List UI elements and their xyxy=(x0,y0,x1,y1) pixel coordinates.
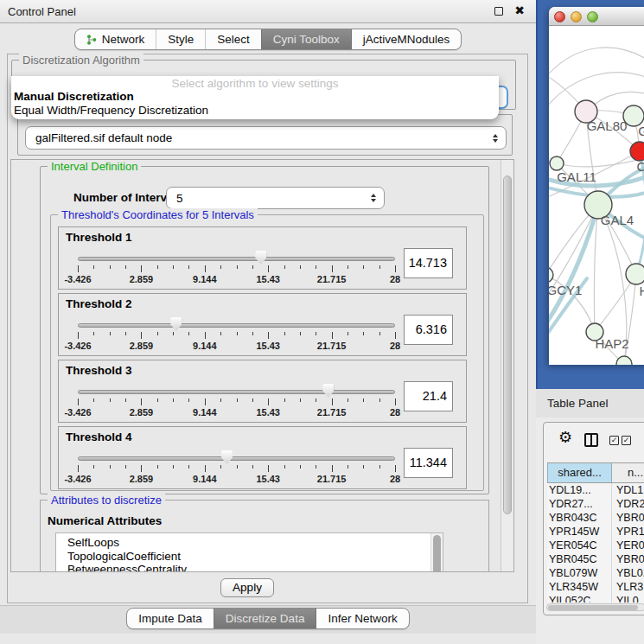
thresholds-group-label: Threshold's Coordinates for 5 Intervals xyxy=(58,208,258,221)
dropdown-item-manual-discretization[interactable]: Manual Discretization xyxy=(14,90,134,103)
network-canvas[interactable]: GAL80GACGAL11GAL4GCY1HHAP2 xyxy=(549,26,644,365)
tab-select[interactable]: Select xyxy=(205,29,261,49)
cell-shared-name: YPR145W xyxy=(547,525,612,539)
table-row[interactable]: YBL079WYBL0... xyxy=(547,566,644,580)
threshold-slider[interactable]: -3.4262.8599.14415.4321.71528 xyxy=(78,250,395,288)
slider-scale-labels: -3.4262.8599.14415.4321.71528 xyxy=(78,407,395,418)
table-row[interactable]: YER054CYER0... xyxy=(547,539,644,552)
tab-impute-data[interactable]: Impute Data xyxy=(127,609,214,628)
threshold-value-field[interactable]: 21.4 xyxy=(404,381,453,411)
network-node[interactable] xyxy=(630,142,644,161)
threshold-value-field[interactable]: 6.316 xyxy=(404,315,453,345)
network-edge xyxy=(549,205,598,327)
table-row[interactable]: YDR27...YDR2... xyxy=(547,497,644,511)
table-row[interactable]: YBR045CYBR0... xyxy=(547,552,644,566)
cell-name: YBR0... xyxy=(612,511,644,525)
threshold-panel-1: Threshold 1-3.4262.8599.14415.4321.71528… xyxy=(58,226,467,290)
threshold-label: Threshold 2 xyxy=(66,297,132,310)
cell-name: YPR1... xyxy=(612,525,644,539)
list-item-selfloops[interactable]: SelfLoops xyxy=(56,536,443,550)
tab-label: Impute Data xyxy=(138,609,202,629)
threshold-value-field[interactable]: 11.344 xyxy=(404,448,453,478)
network-window[interactable]: GAL80GACGAL11GAL4GCY1HHAP2 xyxy=(549,7,644,365)
cell-name: YIL0... xyxy=(612,594,644,603)
network-node[interactable] xyxy=(616,356,632,365)
vertical-scrollbar[interactable] xyxy=(501,160,513,571)
cell-name: YDL1... xyxy=(612,483,644,497)
close-traffic-light-icon[interactable] xyxy=(554,11,565,22)
minimize-traffic-light-icon[interactable] xyxy=(571,11,582,22)
slider-thumb[interactable] xyxy=(255,251,266,265)
threshold-slider[interactable]: -3.4262.8599.14415.4321.71528 xyxy=(78,316,395,354)
checkbox-icon[interactable]: ✓ xyxy=(609,436,619,445)
slider-ticks xyxy=(78,332,395,340)
horizontal-scrollbar[interactable] xyxy=(546,603,644,611)
tab-discretize-data[interactable]: Discretize Data xyxy=(214,609,316,628)
tab-network[interactable]: Network xyxy=(75,29,156,49)
node-label-gcy1: GCY1 xyxy=(549,283,582,297)
algorithm-dropdown-popup: Select algorithm to view settings Manual… xyxy=(11,76,499,119)
node-label-gal4: GAL4 xyxy=(601,213,634,227)
tab-infer-network[interactable]: Infer Network xyxy=(316,609,408,628)
tab-label: Select xyxy=(217,29,250,50)
list-scrollbar-thumb[interactable] xyxy=(433,535,441,572)
columns-icon[interactable] xyxy=(584,433,598,447)
tab-label: Network xyxy=(102,29,145,50)
table-row[interactable]: YPR145WYPR1... xyxy=(547,525,644,539)
node-label-hap2: HAP2 xyxy=(595,336,628,351)
slider-thumb[interactable] xyxy=(322,384,334,398)
network-icon xyxy=(86,34,97,46)
thresholds-group: Threshold's Coordinates for 5 Intervals … xyxy=(50,214,484,491)
number-of-intervals-combobox[interactable]: 5 xyxy=(166,187,385,209)
cell-name: YER0... xyxy=(612,539,644,552)
bottom-tab-row: Impute DataDiscretize DataInfer Network xyxy=(0,608,536,629)
network-node-gal11[interactable] xyxy=(550,156,564,170)
slider-scale-labels: -3.4262.8599.14415.4321.71528 xyxy=(78,274,395,284)
table-data-combobox[interactable]: galFiltered.sif default node xyxy=(25,126,507,150)
network-node-h[interactable] xyxy=(626,264,644,284)
node-label-gal80: GAL80 xyxy=(587,118,628,133)
column-header-shared-name[interactable]: shared... xyxy=(547,463,612,482)
threshold-panel-3: Threshold 3-3.4262.8599.14415.4321.71528… xyxy=(58,360,467,423)
cell-shared-name: YDL19... xyxy=(547,483,612,497)
network-window-titlebar[interactable] xyxy=(549,7,644,26)
list-item-betweennesscentrality[interactable]: BetweennessCentrality xyxy=(56,563,443,572)
zoom-traffic-light-icon[interactable] xyxy=(587,11,598,22)
table-row[interactable]: YDL19...YDL1... xyxy=(547,483,644,497)
slider-thumb[interactable] xyxy=(221,450,233,464)
list-scrollbar[interactable] xyxy=(430,533,443,572)
table-row[interactable]: YIL052CYIL0... xyxy=(547,594,644,603)
tab-cyni-toolbox[interactable]: Cyni Toolbox xyxy=(261,29,351,49)
table-row[interactable]: YLR345WYLR3... xyxy=(547,580,644,594)
vertical-scrollbar-thumb[interactable] xyxy=(503,175,512,514)
checkbox-icon[interactable]: ✓ xyxy=(622,436,631,445)
list-item-topologicalcoefficient[interactable]: TopologicalCoefficient xyxy=(56,550,443,564)
control-panel-titlebar: Control Panel ✖ xyxy=(0,0,536,23)
threshold-slider[interactable]: -3.4262.8599.14415.4321.71528 xyxy=(78,383,395,421)
apply-button[interactable]: Apply xyxy=(220,578,274,597)
table-panel-section: Table Panel ⚙ ✓ ✓ shared... n... YDL19..… xyxy=(536,389,644,644)
slider-thumb[interactable] xyxy=(170,317,182,331)
threshold-value-field[interactable]: 14.713 xyxy=(404,248,453,278)
cell-shared-name: YER054C xyxy=(547,539,612,552)
combo-arrows-icon xyxy=(493,134,498,143)
tab-label: Discretize Data xyxy=(226,609,305,629)
threshold-slider[interactable]: -3.4262.8599.14415.4321.71528 xyxy=(78,450,395,488)
dropdown-item-equal-width-frequency[interactable]: Equal Width/Frequency Discretization xyxy=(14,104,208,117)
column-header-name[interactable]: n... xyxy=(612,463,644,482)
network-node-gcy1[interactable] xyxy=(549,267,553,283)
tab-style[interactable]: Style xyxy=(156,29,205,49)
cyni-toolbox-panel: Discretization Algorithm Select algorith… xyxy=(7,54,528,603)
tab-label: Infer Network xyxy=(328,609,397,629)
numerical-attributes-list[interactable]: SelfLoopsTopologicalCoefficientBetweenne… xyxy=(55,532,443,572)
table-panel-titlebar: Table Panel xyxy=(536,389,644,418)
close-icon[interactable]: ✖ xyxy=(514,3,525,17)
bottom-tab-group: Impute DataDiscretize DataInfer Network xyxy=(126,608,409,629)
horizontal-scrollbar-thumb[interactable] xyxy=(548,605,638,610)
discretization-algorithm-label: Discretization Algorithm xyxy=(19,54,143,67)
tab-jactivemnodules[interactable]: jActiveMNodules xyxy=(351,29,462,49)
gear-icon[interactable]: ⚙ xyxy=(558,428,572,447)
table-row[interactable]: YBR043CYBR0... xyxy=(547,511,644,525)
combo-arrows-icon xyxy=(371,194,376,202)
float-window-icon[interactable] xyxy=(494,7,503,16)
